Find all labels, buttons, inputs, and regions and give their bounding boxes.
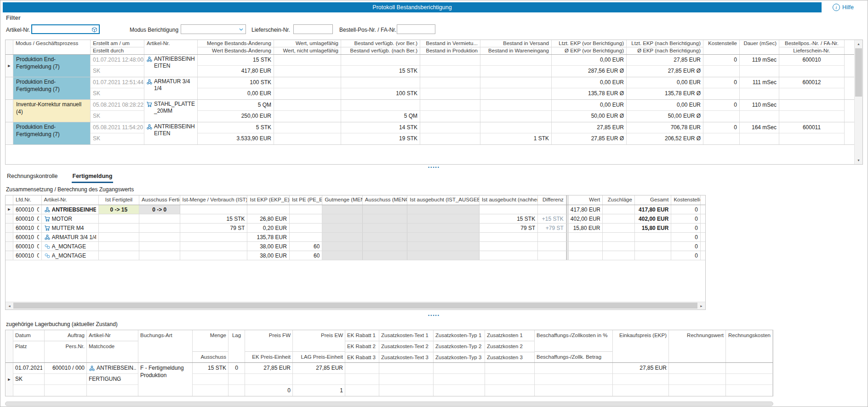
cell-ekp_nach[interactable]: 0,00 EUR135,78 EUR Ø [627, 77, 703, 99]
cell-zus[interactable] [603, 214, 635, 223]
col-header-14[interactable]: Einkaufspreis (EKP) [613, 330, 669, 362]
cell-wert_uml[interactable] [274, 55, 341, 77]
zusammensetzung-row[interactable]: ►600010 000ANTRIEBSEINHE...0 -> 150 -> 0… [6, 205, 705, 214]
cell-col-7[interactable]: 27,85 EUR0 [245, 363, 293, 396]
cell-col-2[interactable]: 600010 / 000 [45, 363, 87, 396]
cell-ges[interactable] [635, 251, 671, 260]
cell-verm[interactable] [420, 100, 480, 122]
col-header-2[interactable]: AuftragPers.Nr. [45, 330, 87, 362]
cell-nach[interactable] [480, 242, 538, 251]
cell-bestell[interactable]: 600012 [779, 77, 845, 99]
cell-col-6[interactable]: 0 [228, 363, 245, 396]
cell-nach[interactable] [480, 251, 538, 260]
protokoll-row[interactable]: ►Produktion End-Fertigmeldung (7)01.07.2… [6, 55, 862, 77]
cell-lfd[interactable]: 600010 004 [13, 242, 42, 251]
cell-menge[interactable]: 5 QM250,00 EUR [198, 100, 274, 122]
col-header-modus[interactable]: Modus / Geschäftsprozess [13, 40, 91, 54]
cell-dauer[interactable]: 111 mSec [740, 77, 779, 99]
cell-diff[interactable] [538, 242, 566, 251]
cell-zus[interactable] [603, 242, 635, 251]
cell-ekp_nach[interactable]: 0,00 EUR50,00 EUR Ø [627, 100, 703, 122]
col-header-ekp_nach[interactable]: Ltzt. EKP (nach Berichtigung)Ø EKP (nach… [627, 40, 703, 54]
cell-ausm[interactable] [363, 251, 407, 260]
cell-kost[interactable]: 0 [671, 242, 701, 251]
cell-artikel[interactable]: ARMATUR 3/4 1/4 [144, 77, 198, 99]
cell-zus[interactable] [603, 251, 635, 260]
cell-col-4[interactable]: F - Fertigmeldung Produktion [138, 363, 193, 396]
col-header-zus[interactable]: Zuschläge [603, 195, 635, 205]
col-header-kost[interactable]: Kostenstelle [703, 40, 740, 54]
col-header-verb[interactable]: Ist-Menge / Verbrauch (IST) [180, 195, 248, 205]
cell-menge[interactable]: 100 STK0,00 EUR [198, 77, 274, 99]
cell-verf[interactable]: 15 STK [341, 55, 420, 77]
cell-lfd[interactable]: 600010 000 [13, 205, 42, 214]
cell-verf[interactable]: 100 STK [341, 77, 420, 99]
cell-pe[interactable] [290, 233, 323, 241]
cell-ausm[interactable] [363, 205, 407, 214]
col-header-diff[interactable]: Differenz [538, 195, 566, 205]
cell-nach[interactable] [480, 205, 538, 214]
cell-dauer[interactable]: 164 mSec [740, 122, 779, 144]
col-header-7[interactable]: Preis FWEK Preis-Einheit [245, 330, 293, 362]
cell-gut[interactable] [322, 242, 362, 251]
col-header-13[interactable]: Beschaffungs-/Zollkosten in %Beschaffung… [535, 330, 613, 362]
help-button[interactable]: i Hilfe [833, 2, 854, 12]
splitter-handle[interactable]: ••••• [0, 314, 868, 318]
cell-verb[interactable] [180, 242, 248, 251]
cell-erstellt[interactable]: 01.07.2021 12:48:00SK [91, 55, 144, 77]
scroll-right-icon[interactable]: ► [697, 302, 705, 310]
col-header-bestell[interactable]: Bestellpos.-Nr. / FA-Nr.Lieferschein-Nr. [779, 40, 845, 54]
scroll-down-icon[interactable]: ▼ [855, 156, 862, 164]
cell-erstellt[interactable]: 01.07.2021 12:51:44SK [91, 77, 144, 99]
cell-wert[interactable]: 417,80 EUR [568, 205, 603, 214]
col-header-fert[interactable]: Ist Fertigteil [99, 195, 139, 205]
cell-col-15[interactable] [669, 363, 726, 396]
col-header-11[interactable]: Zusatzkosten-Typ 1Zusatzkosten-Typ 2Zusa… [434, 330, 485, 362]
cell-pe[interactable]: 60 [290, 251, 323, 260]
col-header-10[interactable]: Zusatzkosten-Text 1Zusatzkosten-Text 2Zu… [379, 330, 434, 362]
col-header-12[interactable]: Zusatzkosten 1Zusatzkosten 2Zusatzkosten… [485, 330, 535, 362]
cell-fert[interactable] [99, 224, 139, 232]
cell-col-5[interactable]: 15 STK [193, 363, 228, 396]
cell-verm[interactable] [420, 77, 480, 99]
cell-zus[interactable] [603, 233, 635, 241]
cell-ausf[interactable] [139, 214, 180, 223]
cell-col-8[interactable]: 27,85 EUR1 [293, 363, 345, 396]
col-header-ges[interactable]: Gesamt [635, 195, 671, 205]
cell-bestell[interactable]: 600011 [779, 122, 845, 144]
bestell-pos-nr-input[interactable] [397, 24, 435, 34]
col-header-dauer[interactable]: Dauer (mSec) [740, 40, 779, 54]
cell-diff[interactable] [538, 251, 566, 260]
cell-vor[interactable] [407, 224, 480, 232]
zusammensetzung-row[interactable]: 600010 002MUTTER M479 ST0,20 EUR79 ST+79… [6, 224, 705, 233]
cell-ausm[interactable] [363, 242, 407, 251]
cell-nach[interactable]: 79 ST [480, 224, 538, 232]
cell-ausf[interactable] [139, 251, 180, 260]
cell-modus[interactable]: Produktion End-Fertigmeldung (7) [13, 55, 91, 77]
cell-vers[interactable] [480, 55, 552, 77]
cell-ekp[interactable]: 38,00 EUR [247, 251, 289, 260]
cell-ekp_vor[interactable]: 0,00 EUR287,56 EUR Ø [552, 55, 627, 77]
cell-verm[interactable] [420, 55, 480, 77]
cell-fert[interactable] [99, 233, 139, 241]
cell-artikel[interactable]: A_MONTAGE [42, 242, 99, 251]
cell-vers[interactable]: 1 STK [480, 122, 552, 144]
lieferschein-nr-input[interactable] [293, 24, 333, 34]
cell-col-9[interactable] [345, 363, 379, 396]
cell-fert[interactable] [99, 251, 139, 260]
zusammensetzung-row[interactable]: 600010 001MOTOR15 STK26,80 EUR15 STK+15 … [6, 214, 705, 224]
cell-pe[interactable]: 60 [290, 242, 323, 251]
col-header-ekp[interactable]: Ist EKP (EKP_E) [247, 195, 289, 205]
protokoll-row[interactable]: Inventur-Korrektur manuell (4)05.08.2021… [6, 100, 862, 122]
col-header-5[interactable]: MengeAusschuss [193, 330, 228, 362]
cell-erstellt[interactable]: 05.08.2021 11:54:20SK [91, 122, 144, 144]
cell-col-12[interactable] [485, 363, 535, 396]
cell-modus[interactable]: Produktion End-Fertigmeldung (7) [13, 77, 91, 99]
splitter-handle[interactable]: ••••• [0, 166, 868, 170]
cell-pe[interactable] [290, 205, 323, 214]
cell-erstellt[interactable]: 05.08.2021 08:28:22SK [91, 100, 144, 122]
cell-ekp_vor[interactable]: 0,00 EUR50,00 EUR Ø [552, 100, 627, 122]
cell-vor[interactable] [407, 233, 480, 241]
cell-nach[interactable] [480, 233, 538, 241]
col-header-ausf[interactable]: Ausschuss Fertigteil [139, 195, 180, 205]
